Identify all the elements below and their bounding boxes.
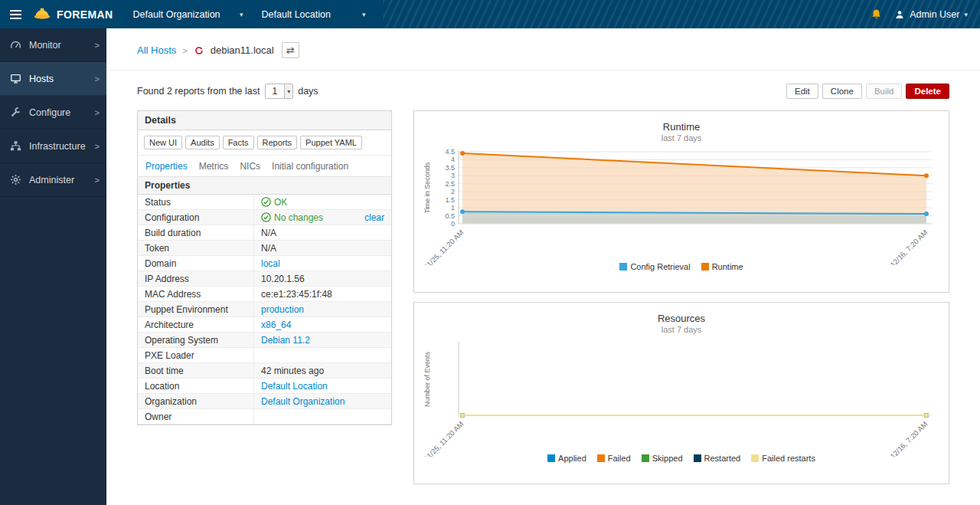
brand-name: FOREMAN — [57, 8, 113, 21]
clear-link[interactable]: clear — [364, 212, 384, 223]
svg-text:12/16, 7:20 AM: 12/16, 7:20 AM — [888, 420, 929, 457]
gauge-icon — [10, 39, 23, 51]
legend-label: Applied — [558, 454, 586, 463]
toolbar: Found 2 reports from the last 1 ▾ days E… — [106, 71, 980, 109]
svg-text:0: 0 — [451, 220, 455, 228]
tab-initial-configuration[interactable]: Initial configuration — [272, 161, 348, 172]
property-value-link[interactable]: Default Organization — [261, 396, 345, 407]
legend-item-config-retrieval[interactable]: Config Retrieval — [619, 262, 690, 271]
svg-text:2: 2 — [451, 188, 455, 195]
svg-text:3: 3 — [451, 172, 455, 179]
chart-plot: 00.511.522.533.544.511/25, 11:20 AM12/16… — [414, 144, 949, 265]
property-row-organization: OrganizationDefault Organization — [138, 394, 391, 409]
property-value-link[interactable]: production — [261, 304, 304, 315]
property-row-configuration: ConfigurationNo changesclear — [138, 210, 391, 225]
clone-button[interactable]: Clone — [822, 84, 862, 99]
breadcrumb-current: debian11.local — [211, 44, 274, 56]
properties-table: StatusOKConfigurationNo changesclearBuil… — [138, 195, 391, 425]
build-button[interactable]: Build — [866, 84, 903, 99]
edit-button[interactable]: Edit — [786, 84, 818, 99]
legend-swatch — [694, 454, 701, 462]
legend-item-failed-restarts[interactable]: Failed restarts — [751, 454, 815, 463]
property-label: Configuration — [138, 210, 254, 225]
gear-icon — [10, 174, 23, 186]
notifications-bell-icon[interactable] — [871, 8, 882, 20]
legend-label: Runtime — [712, 262, 743, 271]
legend-item-failed[interactable]: Failed — [597, 454, 631, 463]
legend-swatch — [751, 454, 759, 462]
property-value-link[interactable]: Default Location — [261, 381, 328, 392]
legend-swatch — [597, 454, 605, 462]
breadcrumb-all-hosts-link[interactable]: All Hosts — [137, 44, 176, 56]
svg-text:1: 1 — [451, 204, 455, 212]
properties-subheader: Properties — [138, 176, 391, 195]
property-value-link[interactable]: x86_64 — [261, 320, 291, 330]
property-value-link[interactable]: local — [261, 258, 280, 269]
chevron-right-icon: > — [95, 74, 100, 84]
brand: FOREMAN — [33, 5, 113, 23]
property-row-boot-time: Boot time42 minutes ago — [138, 363, 391, 379]
sidebar-item-monitor[interactable]: Monitor> — [0, 28, 106, 62]
property-row-ip-address: IP Address10.20.1.56 — [138, 271, 391, 287]
legend-label: Failed — [608, 454, 631, 463]
days-select[interactable]: 1 ▾ — [265, 84, 294, 99]
legend-item-skipped[interactable]: Skipped — [642, 454, 683, 463]
svg-text:0.5: 0.5 — [445, 212, 455, 220]
property-value-link[interactable]: Debian 11.2 — [261, 335, 310, 346]
facts-button[interactable]: Facts — [223, 136, 254, 149]
legend-swatch — [619, 263, 627, 271]
breadcrumb: All Hosts > debian11.local ⇄ — [106, 28, 980, 71]
svg-text:2.5: 2.5 — [445, 180, 455, 188]
reports-summary-suffix: days — [298, 86, 318, 97]
property-label: Operating System — [138, 333, 254, 347]
svg-text:Number of Events: Number of Events — [423, 351, 431, 407]
svg-text:4.5: 4.5 — [445, 148, 455, 156]
reports-button[interactable]: Reports — [257, 136, 298, 149]
property-row-location: LocationDefault Location — [138, 379, 391, 394]
chart-subtitle: last 7 days — [414, 133, 949, 143]
organization-selector[interactable]: Default Organization ▾ — [127, 0, 250, 28]
chart-legend: AppliedFailedSkippedRestartedFailed rest… — [414, 454, 949, 463]
sidebar-item-configure[interactable]: Configure> — [0, 96, 106, 130]
chart-title: Runtime — [414, 121, 949, 133]
topbar-right: Admin User ▾ — [871, 8, 980, 20]
legend-item-restarted[interactable]: Restarted — [694, 454, 741, 463]
legend-swatch — [547, 454, 555, 462]
property-label: Owner — [138, 409, 254, 424]
sidebar-item-administer[interactable]: Administer> — [0, 163, 106, 197]
property-row-puppet-environment: Puppet Environmentproduction — [138, 302, 391, 317]
property-label: Status — [138, 195, 254, 209]
legend-label: Restarted — [704, 454, 741, 463]
property-label: Build duration — [138, 225, 254, 240]
topbar: FOREMAN Default Organization ▾ Default L… — [0, 0, 980, 28]
new-ui-button[interactable]: New UI — [144, 136, 182, 149]
chart-subtitle: last 7 days — [414, 325, 949, 334]
legend-item-runtime[interactable]: Runtime — [701, 262, 743, 271]
sidebar-item-hosts[interactable]: Hosts> — [0, 62, 106, 96]
sidebar-item-infrastructure[interactable]: Infrastructure> — [0, 130, 106, 163]
puppet-yaml-button[interactable]: Puppet YAML — [300, 136, 362, 149]
tab-metrics[interactable]: Metrics — [199, 161, 229, 172]
organization-selector-label: Default Organization — [133, 9, 220, 20]
property-value: N/A — [261, 243, 276, 254]
hamburger-menu-button[interactable] — [10, 10, 21, 19]
property-label: Organization — [138, 394, 254, 408]
audits-button[interactable]: Audits — [185, 136, 220, 149]
svg-text:3.5: 3.5 — [445, 164, 455, 172]
tab-nics[interactable]: NICs — [240, 161, 260, 172]
tab-properties[interactable]: Properties — [145, 161, 188, 172]
property-value: 42 minutes ago — [261, 366, 324, 376]
location-selector-label: Default Location — [262, 9, 331, 20]
host-action-buttons: Edit Clone Build Delete — [786, 84, 949, 99]
property-label: PXE Loader — [138, 348, 254, 362]
location-selector[interactable]: Default Location ▾ — [256, 0, 372, 28]
user-avatar-icon — [894, 9, 905, 20]
chart-title: Resources — [414, 313, 949, 324]
user-menu[interactable]: Admin User ▾ — [894, 9, 968, 20]
switch-ui-button[interactable]: ⇄ — [282, 42, 299, 58]
details-panel: Details New UIAuditsFactsReportsPuppet Y… — [137, 110, 392, 425]
property-label: MAC Address — [138, 287, 254, 301]
legend-item-applied[interactable]: Applied — [547, 454, 586, 463]
delete-button[interactable]: Delete — [906, 84, 949, 99]
details-panel-title: Details — [138, 111, 391, 130]
